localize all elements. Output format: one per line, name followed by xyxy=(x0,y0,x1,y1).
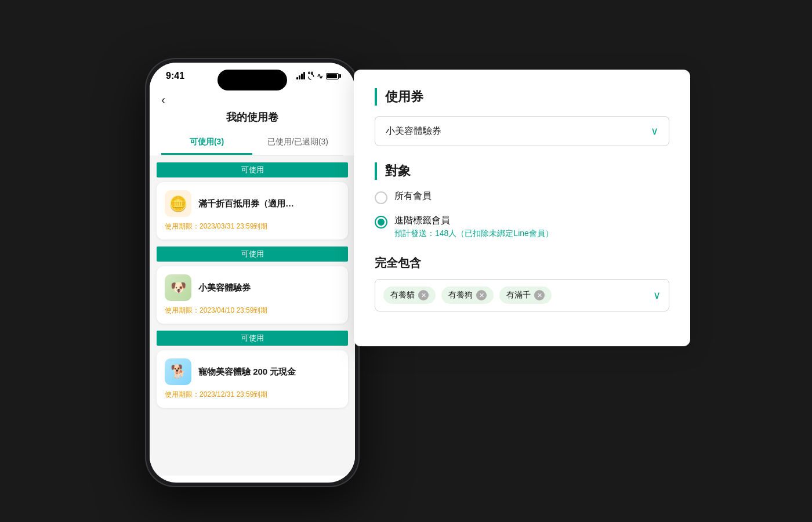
radio-group: 所有會員 進階標籤會員 預計發送：148人（已扣除未綁定Line會員） xyxy=(375,190,669,239)
tag-thousand-close-icon[interactable]: ✕ xyxy=(534,290,545,300)
radio-circle-advanced[interactable] xyxy=(375,216,387,229)
radio-label-advanced: 進階標籤會員 預計發送：148人（已扣除未綁定Line會員） xyxy=(394,215,553,239)
coupon-card-1[interactable]: 🪙 滿千折百抵用券（適用… 使用期限：2023/03/31 23:59到期 xyxy=(157,182,348,240)
right-panel: 使用券 小美容體驗券 ∨ 對象 所有會員 進階標籤會員 xyxy=(354,70,690,346)
coupon-row-1: 🪙 滿千折百抵用券（適用… xyxy=(165,190,340,217)
radio-item-all[interactable]: 所有會員 xyxy=(375,190,669,204)
battery-icon xyxy=(326,73,339,79)
signal-icon xyxy=(296,72,305,79)
panel-target-title: 對象 xyxy=(375,162,669,180)
wifi-symbol: ∿ xyxy=(317,72,323,81)
app-content: ‹ 我的使用卷 可使用(3) 已使用/已過期(3) 可使用 xyxy=(150,86,355,476)
radio-label-all: 所有會員 xyxy=(394,190,432,202)
coupon-item-1[interactable]: 可使用 🪙 滿千折百抵用券（適用… 使用期限：2023/03/31 23:59到… xyxy=(157,162,348,240)
coupon-row-2: 🐶 小美容體驗券 xyxy=(165,274,340,301)
coupon-card-3[interactable]: 🐕 寵物美容體驗 200 元現金 使用期限：2023/12/31 23:59到期 xyxy=(157,350,348,408)
tag-dog[interactable]: 有養狗 ✕ xyxy=(441,287,494,304)
coupon-dropdown-arrow-icon: ∨ xyxy=(651,125,658,137)
tag-thousand[interactable]: 有滿千 ✕ xyxy=(499,287,552,304)
radio-sublabel-advanced: 預計發送：148人（已扣除未綁定Line會員） xyxy=(394,229,553,239)
panel-coupon-title: 使用券 xyxy=(375,88,669,106)
tags-container[interactable]: 有養貓 ✕ 有養狗 ✕ 有滿千 ✕ ∨ xyxy=(375,279,669,311)
status-time: 9:41 xyxy=(166,71,184,81)
dynamic-island xyxy=(217,70,287,90)
coupon-card-2[interactable]: 🐶 小美容體驗券 使用期限：2023/04/10 23:59到期 xyxy=(157,266,348,324)
coupon-dropdown-value: 小美容體驗券 xyxy=(386,125,441,137)
radio-item-advanced[interactable]: 進階標籤會員 預計發送：148人（已扣除未綁定Line會員） xyxy=(375,215,669,239)
coupon-dropdown[interactable]: 小美容體驗券 ∨ xyxy=(375,116,669,146)
coupon-name-3: 寵物美容體驗 200 元現金 xyxy=(198,367,340,378)
coupon-expiry-2: 使用期限：2023/04/10 23:59到期 xyxy=(165,306,340,316)
wifi-icon: ◟̊◝̊ xyxy=(308,72,314,81)
status-icons: ◟̊◝̊ ∿ xyxy=(296,72,339,81)
phone-frame: 9:41 ◟̊◝̊ ∿ ‹ 我的使用卷 可使用(3) xyxy=(145,58,360,487)
coupon-row-3: 🐕 寵物美容體驗 200 元現金 xyxy=(165,358,340,385)
coupon-icon-coin: 🪙 xyxy=(165,190,191,217)
tag-cat-close-icon[interactable]: ✕ xyxy=(418,290,429,300)
tab-used[interactable]: 已使用/已過期(3) xyxy=(252,131,343,155)
scene: 9:41 ◟̊◝̊ ∿ ‹ 我的使用卷 可使用(3) xyxy=(145,35,667,487)
panel-target-section: 對象 所有會員 進階標籤會員 預計發送：148人（已扣除未綁定Line會員） xyxy=(375,162,669,239)
tags-dropdown-arrow-icon[interactable]: ∨ xyxy=(653,289,661,302)
section-label-2: 可使用 xyxy=(157,246,348,262)
coupon-icon-pet: 🐕 xyxy=(165,358,191,385)
tag-cat[interactable]: 有養貓 ✕ xyxy=(383,287,436,304)
app-header: ‹ 我的使用卷 可使用(3) 已使用/已過期(3) xyxy=(150,86,355,155)
section-label-1: 可使用 xyxy=(157,162,348,177)
coupon-expiry-3: 使用期限：2023/12/31 23:59到期 xyxy=(165,390,340,400)
section-label-3: 可使用 xyxy=(157,331,348,346)
coupon-icon-dog: 🐶 xyxy=(165,274,191,301)
back-button[interactable]: ‹ xyxy=(161,93,165,108)
coupon-item-3[interactable]: 可使用 🐕 寵物美容體驗 200 元現金 使用期限：2023/12/31 23:… xyxy=(157,331,348,408)
coupon-item-2[interactable]: 可使用 🐶 小美容體驗券 使用期限：2023/04/10 23:59到期 xyxy=(157,246,348,324)
panel-contain-section: 完全包含 有養貓 ✕ 有養狗 ✕ 有滿千 ✕ ∨ xyxy=(375,255,669,311)
tag-dog-close-icon[interactable]: ✕ xyxy=(476,290,487,300)
panel-coupon-section: 使用券 小美容體驗券 ∨ xyxy=(375,88,669,146)
contain-label: 完全包含 xyxy=(375,255,669,271)
radio-circle-all[interactable] xyxy=(375,191,387,204)
coupon-name-2: 小美容體驗券 xyxy=(198,282,340,293)
coupon-list: 可使用 🪙 滿千折百抵用券（適用… 使用期限：2023/03/31 23:59到… xyxy=(150,155,355,415)
coupon-name-1: 滿千折百抵用券（適用… xyxy=(198,198,340,209)
tab-usable[interactable]: 可使用(3) xyxy=(161,131,252,155)
tab-bar: 可使用(3) 已使用/已過期(3) xyxy=(161,131,343,155)
coupon-expiry-1: 使用期限：2023/03/31 23:59到期 xyxy=(165,222,340,231)
phone-screen: 9:41 ◟̊◝̊ ∿ ‹ 我的使用卷 可使用(3) xyxy=(150,63,355,483)
app-title: 我的使用卷 xyxy=(226,110,278,124)
